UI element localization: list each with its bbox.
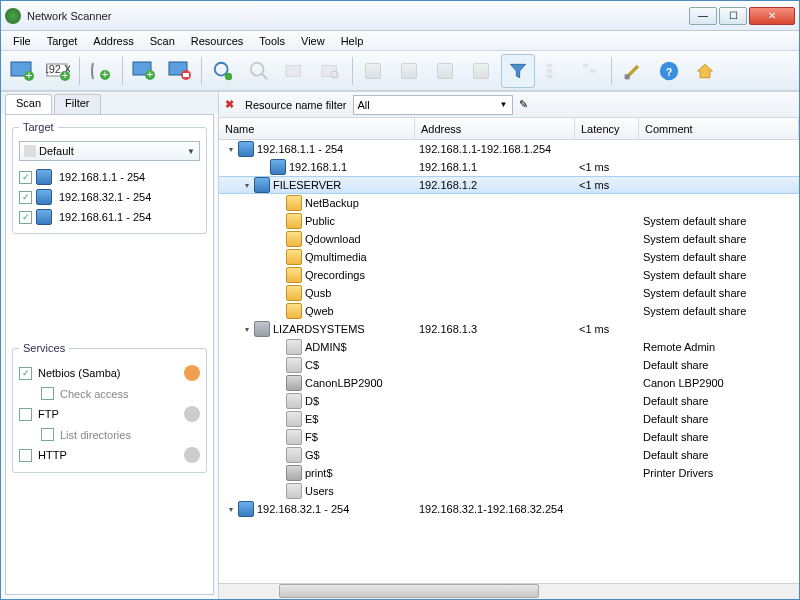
checkbox[interactable] [41,428,54,441]
home-button[interactable] [688,54,722,88]
menu-scan[interactable]: Scan [142,33,183,49]
expand-icon[interactable]: ▾ [225,144,236,155]
minimize-button[interactable]: — [689,7,717,25]
window-buttons: — ☐ ✕ [689,7,795,25]
expand-icon[interactable] [273,288,284,299]
filter-button[interactable] [501,54,535,88]
scan-start-button[interactable]: + [127,54,161,88]
expand-icon[interactable] [273,432,284,443]
folder-g-icon [286,447,302,463]
horizontal-scrollbar[interactable] [219,583,799,599]
row-comment: System default share [639,305,799,317]
checkbox[interactable]: ✓ [19,367,32,380]
checkbox[interactable]: ✓ [19,211,32,224]
expand-icon[interactable] [273,468,284,479]
tree-row[interactable]: ▾192.168.1.1 - 254192.168.1.1-192.168.1.… [219,140,799,158]
svg-text:+: + [147,68,153,80]
expand-icon[interactable] [273,450,284,461]
expand-icon[interactable]: ▾ [225,504,236,515]
scan-stop-button[interactable] [163,54,197,88]
col-latency[interactable]: Latency [575,118,639,139]
expand-icon[interactable] [273,306,284,317]
tree-row[interactable]: QwebSystem default share [219,302,799,320]
expand-icon[interactable] [257,162,268,173]
edit-filter-icon[interactable]: ✎ [519,98,528,111]
tree-row[interactable]: Users [219,482,799,500]
tree-row[interactable]: QdownloadSystem default share [219,230,799,248]
expand-icon[interactable] [273,414,284,425]
tree-row[interactable]: print$Printer Drivers [219,464,799,482]
expand-icon[interactable] [273,396,284,407]
checkbox[interactable] [19,449,32,462]
menu-file[interactable]: File [5,33,39,49]
tree-row[interactable]: ▾LIZARDSYSTEMS192.168.1.3<1 ms [219,320,799,338]
tree-row[interactable]: E$Default share [219,410,799,428]
target-row[interactable]: ✓192.168.32.1 - 254 [19,187,200,207]
scrollbar-thumb[interactable] [279,584,539,598]
checkbox[interactable] [19,408,32,421]
target-row[interactable]: ✓192.168.61.1 - 254 [19,207,200,227]
menu-help[interactable]: Help [333,33,372,49]
expand-icon[interactable] [273,270,284,281]
expand-icon[interactable] [273,216,284,227]
checkbox[interactable]: ✓ [19,171,32,184]
menu-view[interactable]: View [293,33,333,49]
menu-address[interactable]: Address [85,33,141,49]
checkbox[interactable] [41,387,54,400]
row-comment: Default share [639,413,799,425]
add-ip-button[interactable]: 192.X+ [41,54,75,88]
tree-row[interactable]: D$Default share [219,392,799,410]
filter-combo[interactable]: All ▼ [353,95,513,115]
row-address: 192.168.32.1-192.168.32.254 [415,503,575,515]
menu-target[interactable]: Target [39,33,86,49]
monitor-icon [238,141,254,157]
result-tree[interactable]: ▾192.168.1.1 - 254192.168.1.1-192.168.1.… [219,140,799,583]
add-range-button[interactable]: + [5,54,39,88]
tree-row[interactable]: ▾192.168.32.1 - 254192.168.32.1-192.168.… [219,500,799,518]
tab-scan[interactable]: Scan [5,94,52,114]
search-button[interactable] [206,54,240,88]
tree-row[interactable]: G$Default share [219,446,799,464]
expand-icon[interactable] [273,252,284,263]
expand-icon[interactable] [273,360,284,371]
tree-row[interactable]: F$Default share [219,428,799,446]
tree-row[interactable]: ADMIN$Remote Admin [219,338,799,356]
col-address[interactable]: Address [415,118,575,139]
clear-filter-icon[interactable]: ✖ [225,98,239,112]
target-row[interactable]: ✓192.168.1.1 - 254 [19,167,200,187]
expand-icon[interactable]: ▾ [241,324,252,335]
expand-icon[interactable] [273,486,284,497]
tree-row[interactable]: QmultimediaSystem default share [219,248,799,266]
settings-button[interactable] [616,54,650,88]
col-name[interactable]: Name [219,118,415,139]
tree-row[interactable]: C$Default share [219,356,799,374]
tree-row[interactable]: CanonLBP2900Canon LBP2900 [219,374,799,392]
tree-row[interactable]: NetBackup [219,194,799,212]
expand-icon[interactable]: ▾ [241,180,252,191]
checkbox[interactable]: ✓ [19,191,32,204]
target-fieldset: Target Default ▼ ✓192.168.1.1 - 254✓192.… [12,121,207,234]
expand-icon[interactable] [273,234,284,245]
tree-row[interactable]: ▾FILESERVER192.168.1.2<1 ms [219,176,799,194]
svg-text:?: ? [666,66,672,77]
expand-icon[interactable] [273,378,284,389]
close-button[interactable]: ✕ [749,7,795,25]
row-name: Qmultimedia [305,251,367,263]
maximize-button[interactable]: ☐ [719,7,747,25]
tab-filter[interactable]: Filter [54,94,100,114]
tree-row[interactable]: PublicSystem default share [219,212,799,230]
tree-row[interactable]: QusbSystem default share [219,284,799,302]
tree1-button [537,54,571,88]
tree-row[interactable]: 192.168.1.1192.168.1.1<1 ms [219,158,799,176]
col-comment[interactable]: Comment [639,118,799,139]
menu-tools[interactable]: Tools [251,33,293,49]
target-combo[interactable]: Default ▼ [19,141,200,161]
help-button[interactable]: ? [652,54,686,88]
expand-icon[interactable] [273,198,284,209]
import-button[interactable]: + [84,54,118,88]
tree-row[interactable]: QrecordingsSystem default share [219,266,799,284]
expand-icon[interactable] [273,342,284,353]
monitor-icon [36,209,52,225]
sidebar-tabs: Scan Filter [1,92,218,114]
menu-resources[interactable]: Resources [183,33,252,49]
